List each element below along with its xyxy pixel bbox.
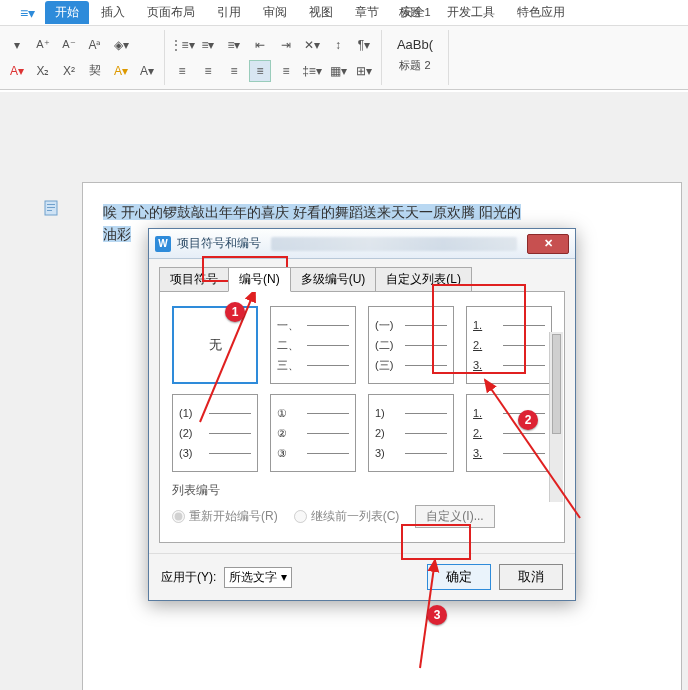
multilevel-icon[interactable]: ≡▾: [223, 34, 245, 56]
ribbon-tab-reference[interactable]: 引用: [207, 1, 251, 24]
ribbon-tab-dev[interactable]: 开发工具: [437, 1, 505, 24]
close-button[interactable]: ✕: [527, 234, 569, 254]
title-blur: [271, 237, 517, 251]
font-dropdown-icon[interactable]: ▾: [6, 34, 28, 56]
number-format-cell-6[interactable]: 1)2)3): [368, 394, 454, 472]
ribbon-tab-chapter[interactable]: 章节: [345, 1, 389, 24]
ribbon-tab-strip: ≡▾ 开始 插入 页面布局 引用 审阅 视图 章节 安全 开发工具 特色应用: [0, 0, 688, 26]
ribbon-tab-layout[interactable]: 页面布局: [137, 1, 205, 24]
ribbon-tab-insert[interactable]: 插入: [91, 1, 135, 24]
tab-customlist[interactable]: 自定义列表(L): [375, 267, 472, 292]
ribbon: ▾ A⁺ A⁻ Aᵃ ◈▾ A▾ X₂ X² 契 A▾ A▾ ⋮≡▾ ≡▾ ≡▾…: [0, 26, 688, 90]
shrink-font-icon[interactable]: A⁻: [58, 34, 80, 56]
borders-icon[interactable]: ⊞▾: [353, 60, 375, 82]
annotation-badge-1: 1: [225, 302, 245, 322]
ribbon-tab-view[interactable]: 视图: [299, 1, 343, 24]
annotation-badge-3: 3: [427, 605, 447, 625]
svg-rect-2: [47, 207, 55, 208]
font-size-group: ▾ A⁺ A⁻ Aᵃ ◈▾ A▾ X₂ X² 契 A▾ A▾: [0, 30, 165, 85]
align-right-icon[interactable]: ≡: [223, 60, 245, 82]
font-color-icon[interactable]: A▾: [6, 60, 28, 82]
change-case-icon[interactable]: Aᵃ: [84, 34, 106, 56]
apply-to-select[interactable]: 所选文字 ▾: [224, 567, 292, 588]
numbering-icon[interactable]: ≡▾: [197, 34, 219, 56]
number-format-cell-4[interactable]: (1)(2)(3): [172, 394, 258, 472]
sort-icon[interactable]: ↕: [327, 34, 349, 56]
align-center-icon[interactable]: ≡: [197, 60, 219, 82]
align-left-icon[interactable]: ≡: [171, 60, 193, 82]
annotation-badge-2: 2: [518, 410, 538, 430]
bullets-numbering-dialog: W 项目符号和编号 ✕ 项目符号 编号(N) 多级编号(U) 自定义列表(L) …: [148, 228, 576, 601]
dialog-footer: 应用于(Y): 所选文字 ▾ 确定 取消: [149, 553, 575, 600]
superscript-icon[interactable]: X²: [58, 60, 80, 82]
style-heading1[interactable]: AaBb 标题 1: [388, 0, 442, 23]
show-marks-icon[interactable]: ¶▾: [353, 34, 375, 56]
grow-font-icon[interactable]: A⁺: [32, 34, 54, 56]
tab-numbering[interactable]: 编号(N): [228, 267, 291, 292]
align-justify-icon[interactable]: ≡: [249, 60, 271, 82]
list-number-label: 列表编号: [172, 482, 552, 499]
number-format-cell-1[interactable]: 一、二、三、: [270, 306, 356, 384]
ok-button[interactable]: 确定: [427, 564, 491, 590]
line-spacing-icon[interactable]: ‡≡▾: [301, 60, 323, 82]
ribbon-tab-special[interactable]: 特色应用: [507, 1, 575, 24]
restart-numbering-radio[interactable]: 重新开始编号(R): [172, 508, 278, 525]
number-format-cell-3[interactable]: 1.2.3.: [466, 306, 552, 384]
bullets-icon[interactable]: ⋮≡▾: [171, 34, 193, 56]
chevron-down-icon: ▾: [281, 570, 287, 584]
style-heading2[interactable]: AaBb( 标题 2: [388, 27, 442, 76]
cancel-button[interactable]: 取消: [499, 564, 563, 590]
indent-left-icon[interactable]: ⇤: [249, 34, 271, 56]
asian-layout-icon[interactable]: ✕▾: [301, 34, 323, 56]
page-thumbnail-icon: [44, 200, 58, 216]
phonetic-icon[interactable]: 契: [84, 60, 106, 82]
dialog-tabstrip: 项目符号 编号(N) 多级编号(U) 自定义列表(L): [159, 267, 565, 292]
number-format-cell-2[interactable]: (一)(二)(三): [368, 306, 454, 384]
indent-right-icon[interactable]: ⇥: [275, 34, 297, 56]
dialog-title: 项目符号和编号: [177, 235, 261, 252]
clear-format-icon[interactable]: ◈▾: [110, 34, 132, 56]
subscript-icon[interactable]: X₂: [32, 60, 54, 82]
continue-list-radio[interactable]: 继续前一列表(C): [294, 508, 400, 525]
styles-gallery: AaBbCcDd 正文 AaBb 标题 1 AaBb( 标题 2 AaBbC( …: [382, 30, 449, 85]
shading-icon[interactable]: ▦▾: [327, 60, 349, 82]
ribbon-tab-review[interactable]: 审阅: [253, 1, 297, 24]
svg-rect-3: [47, 210, 52, 211]
menu-icon[interactable]: ≡▾: [20, 5, 35, 21]
number-format-grid: 无一、二、三、(一)(二)(三)1.2.3.(1)(2)(3)①②③1)2)3)…: [172, 306, 552, 472]
apply-to-label: 应用于(Y):: [161, 569, 216, 586]
ribbon-tab-start[interactable]: 开始: [45, 1, 89, 24]
dialog-titlebar[interactable]: W 项目符号和编号 ✕: [149, 229, 575, 259]
customize-button[interactable]: 自定义(I)...: [415, 505, 494, 528]
number-format-cell-0[interactable]: 无: [172, 306, 258, 384]
char-border-icon[interactable]: A▾: [136, 60, 158, 82]
tab-bullets[interactable]: 项目符号: [159, 267, 229, 292]
distribute-icon[interactable]: ≡: [275, 60, 297, 82]
grid-scrollbar[interactable]: [549, 332, 563, 502]
tab-multilevel[interactable]: 多级编号(U): [290, 267, 377, 292]
paragraph-group: ⋮≡▾ ≡▾ ≡▾ ⇤ ⇥ ✕▾ ↕ ¶▾ ≡ ≡ ≡ ≡ ≡ ‡≡▾ ▦▾ ⊞…: [165, 30, 382, 85]
number-format-cell-7[interactable]: 1.2.3.: [466, 394, 552, 472]
highlight-icon[interactable]: A▾: [110, 60, 132, 82]
app-icon: W: [155, 236, 171, 252]
number-format-cell-5[interactable]: ①②③: [270, 394, 356, 472]
svg-rect-1: [47, 204, 55, 205]
